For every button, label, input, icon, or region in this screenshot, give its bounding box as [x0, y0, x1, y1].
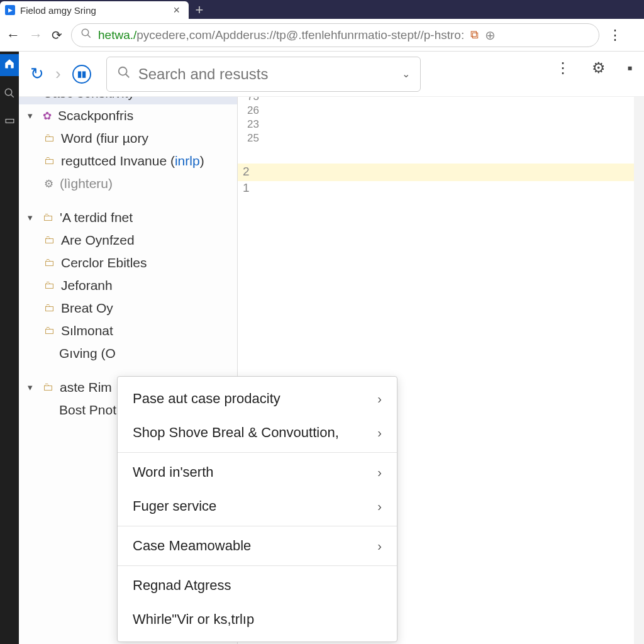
chevron-right-icon: › — [377, 539, 382, 553]
item-label: Breat Oy — [61, 301, 113, 316]
folder-icon: 🗀 — [44, 257, 55, 269]
ctx-item-case[interactable]: Case Meamowable› — [118, 529, 397, 563]
group-label: 'A terdid fnet — [60, 210, 133, 225]
search-icon — [117, 65, 131, 83]
tree-item[interactable]: Gıving (O — [19, 342, 237, 365]
url-text: hetwa./pycedere,com/Apdderus://tp@.tfenl… — [98, 28, 464, 42]
item-label: reguttced Invanue (inrlp) — [61, 153, 204, 169]
item-label: Sılmonat — [61, 323, 113, 338]
item-label: Bost Pnot — [59, 402, 116, 418]
ctx-item-shop[interactable]: Shop Shove Breal & Convouttion,› — [118, 416, 397, 450]
tree-item[interactable]: 🗀Are Oynfzed — [19, 229, 237, 252]
vertical-scrollbar[interactable] — [634, 52, 644, 644]
panel-rail-icon[interactable]: ▭ — [0, 113, 19, 127]
svg-line-1 — [87, 35, 91, 38]
svg-line-7 — [125, 74, 129, 77]
search-rail-icon[interactable] — [0, 87, 19, 102]
ctx-item-word[interactable]: Word in'serth› — [118, 455, 397, 489]
tree-item[interactable]: 🗀Sılmonat — [19, 319, 237, 342]
tree-item[interactable]: ⚙ (lìghteru) — [19, 172, 237, 195]
item-label: Cerclor Ebitles — [61, 255, 147, 270]
forward-button[interactable]: → — [29, 27, 43, 43]
app-frame: ▭ ▾ Results ▾ Case sensitivity › ▾ ✿ Sca… — [0, 52, 644, 644]
tree-group-header[interactable]: ▾ ✿ Scackponfris — [19, 104, 237, 127]
close-tab-icon[interactable]: × — [170, 4, 182, 17]
chevron-right-icon: › — [377, 465, 382, 480]
gear-icon[interactable]: ⚙ — [592, 59, 606, 77]
address-bar: ← → ⟳ hetwa./pycedere,com/Apdderus://tp@… — [0, 19, 644, 52]
menu-separator — [118, 526, 397, 526]
tab-favicon — [5, 5, 15, 15]
line-number: 23 — [242, 118, 259, 131]
ctx-item-regnad[interactable]: Regnad Atgress — [118, 569, 397, 602]
pause-icon[interactable]: ▮▮ — [72, 65, 91, 84]
tree-item[interactable]: 🗀Breat Oy — [19, 297, 237, 319]
ctx-item-pase[interactable]: Pase aut case prodacity› — [118, 382, 397, 416]
folder-icon: 🗀 — [44, 302, 55, 314]
more-icon[interactable]: ⋮ — [555, 59, 570, 77]
chevron-right-icon: › — [377, 426, 382, 440]
toolbar-right: ⋮ ⚙ ▪ — [555, 59, 633, 77]
context-menu: Pase aut case prodacity› Shop Shove Brea… — [117, 376, 397, 642]
tree-item[interactable]: 🗀Jeforanh — [19, 274, 237, 297]
item-label: Word (fiur µory — [61, 131, 148, 146]
app-toolbar: ↻ › ▮▮ ⌄ ⋮ ⚙ ▪ — [19, 52, 644, 97]
chevron-down-icon: ▾ — [28, 212, 36, 223]
svg-point-0 — [82, 29, 89, 36]
search-field[interactable] — [138, 65, 394, 83]
browser-tab[interactable]: Fielod amgy Sring × — [0, 1, 189, 19]
tree-item[interactable]: 🗀 Word (fiur µory — [19, 127, 237, 150]
reader-mode-icon[interactable]: ⧉ — [470, 28, 479, 42]
url-input[interactable]: hetwa./pycedere,com/Apdderus://tp@.tfenl… — [71, 23, 599, 47]
chevron-right-icon[interactable]: › — [55, 64, 61, 84]
reload-button[interactable]: ⟳ — [52, 28, 62, 43]
chevron-down-icon[interactable]: ⌄ — [402, 68, 410, 80]
search-icon — [80, 28, 92, 42]
group-label: aste Rim — [60, 380, 112, 395]
svg-line-3 — [11, 94, 14, 97]
back-button[interactable]: ← — [6, 27, 20, 43]
chevron-right-icon: › — [377, 499, 382, 514]
tree-item[interactable]: 🗀Cerclor Ebitles — [19, 252, 237, 274]
ctx-item-whirle[interactable]: Whirle"Vir or ks,trlıp — [118, 602, 397, 636]
ctx-item-fuger[interactable]: Fuger service› — [118, 489, 397, 523]
svg-point-2 — [5, 89, 12, 96]
folder-icon: 🗀 — [44, 325, 55, 337]
refresh-icon[interactable]: ↻ — [30, 64, 44, 84]
browser-menu-icon[interactable]: ⋮ — [608, 27, 622, 43]
tab-title: Fielod amgy Sring — [20, 5, 165, 16]
menu-separator — [118, 452, 397, 453]
item-label: (lìghteru) — [60, 176, 113, 191]
line-number: 25 — [242, 131, 259, 145]
new-tab-button[interactable]: + — [189, 1, 210, 19]
chevron-down-icon: ▾ — [28, 382, 36, 393]
line-number: 2 — [243, 165, 250, 179]
folder-icon: 🗀 — [44, 155, 55, 167]
current-line-highlight — [238, 164, 635, 181]
activity-bar: ▭ — [0, 52, 19, 644]
translate-icon[interactable]: ⊕ — [485, 28, 496, 43]
folder-icon: 🗀 — [43, 381, 53, 394]
svg-point-6 — [118, 67, 126, 75]
search-input[interactable]: ⌄ — [106, 57, 421, 92]
chevron-down-icon: ▾ — [28, 110, 36, 121]
line-number: 26 — [242, 104, 259, 118]
folder-icon: 🗀 — [44, 132, 55, 145]
item-label: Gıving (O — [59, 346, 116, 361]
item-label: Jeforanh — [61, 278, 113, 293]
chevron-right-icon: › — [377, 392, 382, 406]
folder-icon: 🗀 — [44, 234, 55, 247]
line-number: 1 — [243, 181, 250, 195]
browser-tabstrip: Fielod amgy Sring × + — [0, 0, 644, 19]
group-label: Scackponfris — [58, 108, 133, 123]
tree-group-header[interactable]: ▾ 🗀 'A terdid fnet — [19, 206, 237, 229]
home-icon[interactable] — [0, 54, 19, 76]
folder-icon: 🗀 — [44, 279, 55, 292]
folder-icon: 🗀 — [43, 211, 53, 224]
menu-separator — [118, 565, 397, 566]
tree-item[interactable]: 🗀 reguttced Invanue (inrlp) — [19, 150, 237, 172]
binary-icon: ⚙ — [44, 177, 53, 191]
extension-icon: ✿ — [43, 109, 52, 123]
item-label: Are Oynfzed — [61, 233, 135, 248]
chat-icon[interactable]: ▪ — [627, 59, 633, 77]
